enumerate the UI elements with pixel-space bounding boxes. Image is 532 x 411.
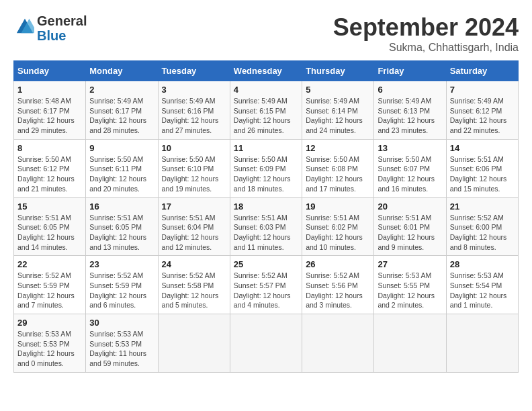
day-number: 24 — [162, 259, 226, 269]
header-day-thursday: Thursday — [302, 61, 374, 81]
day-cell-7: 7Sunrise: 5:49 AMSunset: 6:12 PMDaylight… — [446, 81, 518, 140]
day-cell-empty — [158, 314, 230, 373]
header-day-sunday: Sunday — [14, 61, 86, 81]
day-number: 10 — [162, 143, 226, 153]
day-cell-15: 15Sunrise: 5:51 AMSunset: 6:05 PMDayligh… — [14, 197, 86, 256]
day-cell-empty — [302, 314, 374, 373]
day-cell-5: 5Sunrise: 5:49 AMSunset: 6:14 PMDaylight… — [302, 81, 374, 140]
day-info: Sunrise: 5:52 AMSunset: 5:57 PMDaylight:… — [234, 271, 291, 309]
day-cell-14: 14Sunrise: 5:51 AMSunset: 6:06 PMDayligh… — [446, 139, 518, 197]
day-number: 27 — [378, 259, 442, 269]
day-cell-12: 12Sunrise: 5:50 AMSunset: 6:08 PMDayligh… — [302, 139, 374, 197]
day-info: Sunrise: 5:52 AMSunset: 5:58 PMDaylight:… — [162, 271, 219, 309]
header-row: SundayMondayTuesdayWednesdayThursdayFrid… — [14, 61, 519, 81]
day-info: Sunrise: 5:50 AMSunset: 6:07 PMDaylight:… — [378, 155, 435, 193]
day-info: Sunrise: 5:50 AMSunset: 6:11 PMDaylight:… — [89, 155, 146, 193]
day-info: Sunrise: 5:50 AMSunset: 6:09 PMDaylight:… — [234, 155, 291, 193]
day-cell-4: 4Sunrise: 5:49 AMSunset: 6:15 PMDaylight… — [230, 81, 302, 140]
day-cell-22: 22Sunrise: 5:52 AMSunset: 5:59 PMDayligh… — [14, 256, 86, 314]
day-number: 21 — [450, 201, 515, 212]
day-info: Sunrise: 5:48 AMSunset: 6:17 PMDaylight:… — [17, 97, 75, 134]
day-cell-27: 27Sunrise: 5:53 AMSunset: 5:55 PMDayligh… — [374, 256, 446, 314]
week-row-1: 1Sunrise: 5:48 AMSunset: 6:17 PMDaylight… — [14, 81, 519, 140]
day-cell-25: 25Sunrise: 5:52 AMSunset: 5:57 PMDayligh… — [230, 256, 302, 314]
header-day-tuesday: Tuesday — [158, 61, 230, 81]
day-info: Sunrise: 5:49 AMSunset: 6:12 PMDaylight:… — [450, 97, 507, 134]
day-cell-11: 11Sunrise: 5:50 AMSunset: 6:09 PMDayligh… — [230, 139, 302, 197]
day-info: Sunrise: 5:51 AMSunset: 6:05 PMDaylight:… — [89, 214, 146, 251]
day-cell-19: 19Sunrise: 5:51 AMSunset: 6:02 PMDayligh… — [302, 197, 374, 256]
day-number: 17 — [162, 201, 226, 212]
day-number: 1 — [17, 85, 82, 95]
day-cell-21: 21Sunrise: 5:52 AMSunset: 6:00 PMDayligh… — [446, 197, 518, 256]
day-info: Sunrise: 5:52 AMSunset: 5:59 PMDaylight:… — [17, 271, 75, 309]
logo-general-text: General — [37, 13, 87, 28]
calendar-table: SundayMondayTuesdayWednesdayThursdayFrid… — [13, 60, 519, 373]
day-info: Sunrise: 5:49 AMSunset: 6:15 PMDaylight:… — [234, 97, 291, 134]
day-info: Sunrise: 5:49 AMSunset: 6:13 PMDaylight:… — [378, 97, 435, 134]
day-info: Sunrise: 5:51 AMSunset: 6:06 PMDaylight:… — [450, 155, 507, 193]
day-cell-24: 24Sunrise: 5:52 AMSunset: 5:58 PMDayligh… — [158, 256, 230, 314]
day-cell-2: 2Sunrise: 5:49 AMSunset: 6:17 PMDaylight… — [86, 81, 158, 140]
header-day-friday: Friday — [374, 61, 446, 81]
day-number: 22 — [17, 259, 82, 269]
day-info: Sunrise: 5:52 AMSunset: 5:59 PMDaylight:… — [89, 271, 146, 309]
day-info: Sunrise: 5:52 AMSunset: 5:56 PMDaylight:… — [306, 271, 363, 309]
day-cell-17: 17Sunrise: 5:51 AMSunset: 6:04 PMDayligh… — [158, 197, 230, 256]
day-number: 7 — [450, 85, 515, 95]
day-number: 29 — [17, 318, 82, 328]
day-cell-18: 18Sunrise: 5:51 AMSunset: 6:03 PMDayligh… — [230, 197, 302, 256]
day-number: 26 — [306, 259, 370, 269]
week-row-5: 29Sunrise: 5:53 AMSunset: 5:53 PMDayligh… — [14, 314, 519, 373]
day-cell-13: 13Sunrise: 5:50 AMSunset: 6:07 PMDayligh… — [374, 139, 446, 197]
day-cell-6: 6Sunrise: 5:49 AMSunset: 6:13 PMDaylight… — [374, 81, 446, 140]
day-number: 30 — [89, 318, 154, 328]
day-number: 5 — [306, 85, 370, 95]
day-cell-empty — [374, 314, 446, 373]
day-info: Sunrise: 5:53 AMSunset: 5:53 PMDaylight:… — [89, 330, 146, 367]
day-info: Sunrise: 5:51 AMSunset: 6:03 PMDaylight:… — [234, 214, 291, 251]
day-cell-16: 16Sunrise: 5:51 AMSunset: 6:05 PMDayligh… — [86, 197, 158, 256]
day-cell-10: 10Sunrise: 5:50 AMSunset: 6:10 PMDayligh… — [158, 139, 230, 197]
day-number: 16 — [89, 201, 154, 212]
day-cell-1: 1Sunrise: 5:48 AMSunset: 6:17 PMDaylight… — [14, 81, 86, 140]
day-cell-26: 26Sunrise: 5:52 AMSunset: 5:56 PMDayligh… — [302, 256, 374, 314]
day-number: 14 — [450, 143, 515, 153]
day-info: Sunrise: 5:51 AMSunset: 6:02 PMDaylight:… — [306, 214, 363, 251]
month-title: September 2024 — [333, 13, 519, 42]
day-number: 28 — [450, 259, 515, 269]
day-info: Sunrise: 5:51 AMSunset: 6:05 PMDaylight:… — [17, 214, 75, 251]
day-number: 8 — [17, 143, 82, 153]
day-number: 12 — [306, 143, 370, 153]
day-number: 11 — [234, 143, 298, 153]
title-area: September 2024 Sukma, Chhattisgarh, Indi… — [333, 13, 519, 54]
header: General Blue September 2024 Sukma, Chhat… — [13, 13, 519, 54]
day-number: 18 — [234, 201, 298, 212]
location-title: Sukma, Chhattisgarh, India — [333, 42, 519, 54]
day-number: 23 — [89, 259, 154, 269]
logo: General Blue — [13, 13, 87, 43]
week-row-4: 22Sunrise: 5:52 AMSunset: 5:59 PMDayligh… — [14, 256, 519, 314]
week-row-2: 8Sunrise: 5:50 AMSunset: 6:12 PMDaylight… — [14, 139, 519, 197]
header-day-saturday: Saturday — [446, 61, 518, 81]
day-cell-9: 9Sunrise: 5:50 AMSunset: 6:11 PMDaylight… — [86, 139, 158, 197]
day-info: Sunrise: 5:53 AMSunset: 5:54 PMDaylight:… — [450, 271, 507, 309]
day-cell-20: 20Sunrise: 5:51 AMSunset: 6:01 PMDayligh… — [374, 197, 446, 256]
day-number: 20 — [378, 201, 442, 212]
day-cell-empty — [446, 314, 518, 373]
day-cell-empty — [230, 314, 302, 373]
day-info: Sunrise: 5:53 AMSunset: 5:55 PMDaylight:… — [378, 271, 435, 309]
day-number: 13 — [378, 143, 442, 153]
day-info: Sunrise: 5:50 AMSunset: 6:10 PMDaylight:… — [162, 155, 219, 193]
day-info: Sunrise: 5:49 AMSunset: 6:14 PMDaylight:… — [306, 97, 363, 134]
day-number: 3 — [162, 85, 226, 95]
day-number: 4 — [234, 85, 298, 95]
day-number: 15 — [17, 201, 82, 212]
day-number: 25 — [234, 259, 298, 269]
day-cell-28: 28Sunrise: 5:53 AMSunset: 5:54 PMDayligh… — [446, 256, 518, 314]
day-cell-8: 8Sunrise: 5:50 AMSunset: 6:12 PMDaylight… — [14, 139, 86, 197]
day-number: 19 — [306, 201, 370, 212]
day-number: 6 — [378, 85, 442, 95]
day-cell-29: 29Sunrise: 5:53 AMSunset: 5:53 PMDayligh… — [14, 314, 86, 373]
day-info: Sunrise: 5:51 AMSunset: 6:01 PMDaylight:… — [378, 214, 435, 251]
